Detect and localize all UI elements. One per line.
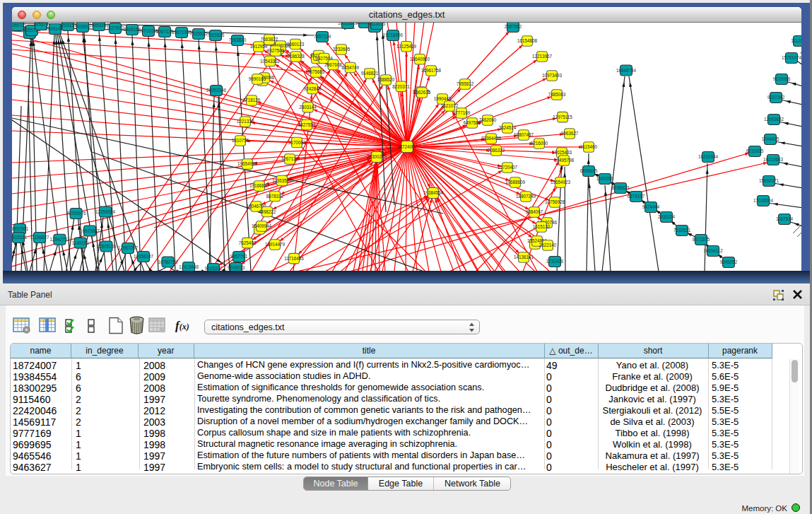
svg-text:1145191: 1145191 xyxy=(72,240,90,245)
svg-text:7462060: 7462060 xyxy=(479,117,497,122)
svg-text:10654112: 10654112 xyxy=(703,248,723,253)
svg-text:19654985: 19654985 xyxy=(237,161,258,166)
svg-text:2086322: 2086322 xyxy=(488,148,505,153)
svg-text:2055721: 2055721 xyxy=(12,23,27,28)
svg-text:1588520: 1588520 xyxy=(377,77,395,82)
svg-text:1527602: 1527602 xyxy=(107,25,124,30)
svg-text:9242848: 9242848 xyxy=(304,86,322,91)
svg-text:19384554: 19384554 xyxy=(423,190,444,195)
svg-text:10688609: 10688609 xyxy=(505,180,526,185)
svg-text:9245013: 9245013 xyxy=(228,265,245,270)
svg-text:11716485: 11716485 xyxy=(284,256,304,261)
svg-text:9227342: 9227342 xyxy=(767,95,785,100)
svg-text:20364436: 20364436 xyxy=(481,136,502,141)
svg-text:3267130: 3267130 xyxy=(281,156,299,161)
svg-text:4498222: 4498222 xyxy=(259,209,276,214)
svg-text:13495798: 13495798 xyxy=(554,158,575,163)
svg-text:9463627: 9463627 xyxy=(561,131,579,136)
svg-text:12505135: 12505135 xyxy=(96,244,117,249)
svg-text:16210644: 16210644 xyxy=(698,154,719,159)
svg-text:16033809: 16033809 xyxy=(338,23,358,25)
svg-text:1244415: 1244415 xyxy=(762,136,779,141)
svg-text:3170063: 3170063 xyxy=(288,140,306,145)
svg-text:1203157: 1203157 xyxy=(59,23,77,28)
svg-text:8454749: 8454749 xyxy=(341,65,359,70)
svg-text:1221338: 1221338 xyxy=(237,119,254,124)
svg-text:17975115: 17975115 xyxy=(553,115,572,119)
svg-text:9474444: 9474444 xyxy=(642,204,660,209)
svg-text:16210643: 16210643 xyxy=(763,157,784,162)
svg-text:9857791: 9857791 xyxy=(230,254,248,259)
svg-text:8660123: 8660123 xyxy=(287,42,305,47)
svg-text:12213967: 12213967 xyxy=(532,54,553,59)
svg-text:6879197: 6879197 xyxy=(628,194,645,199)
svg-text:16848784: 16848784 xyxy=(616,68,637,73)
svg-text:7485063: 7485063 xyxy=(548,92,566,97)
svg-text:9245052: 9245052 xyxy=(720,259,738,264)
svg-text:9890163: 9890163 xyxy=(249,76,266,81)
svg-text:16961758: 16961758 xyxy=(421,68,442,73)
svg-text:16154808: 16154808 xyxy=(517,38,538,43)
svg-text:9146821: 9146821 xyxy=(361,71,379,76)
svg-text:12359924: 12359924 xyxy=(95,209,116,214)
svg-text:12093832: 12093832 xyxy=(764,117,784,122)
svg-text:7515526: 7515526 xyxy=(207,33,225,37)
svg-text:2522140: 2522140 xyxy=(539,243,557,247)
svg-text:3232605: 3232605 xyxy=(333,47,351,52)
svg-text:10975887: 10975887 xyxy=(80,228,100,233)
svg-text:12942757: 12942757 xyxy=(49,237,70,242)
svg-text:10973493: 10973493 xyxy=(542,73,563,78)
svg-text:1362615: 1362615 xyxy=(413,90,431,95)
svg-text:9129966: 9129966 xyxy=(773,76,791,81)
svg-text:2967608: 2967608 xyxy=(324,62,342,67)
svg-text:19218506: 19218506 xyxy=(383,33,404,37)
svg-text:7625402: 7625402 xyxy=(239,240,257,245)
svg-text:10543362: 10543362 xyxy=(260,59,281,64)
svg-text:10671355: 10671355 xyxy=(172,30,192,35)
svg-text:8878312: 8878312 xyxy=(266,194,284,199)
svg-text:8186328: 8186328 xyxy=(287,54,305,59)
svg-text:1810755: 1810755 xyxy=(232,138,249,143)
svg-text:17957257: 17957257 xyxy=(118,245,139,250)
svg-text:8215935: 8215935 xyxy=(746,148,764,153)
svg-text:19654923: 19654923 xyxy=(551,180,571,185)
svg-text:1640950: 1640950 xyxy=(596,176,614,181)
svg-text:3915311: 3915311 xyxy=(12,235,28,240)
svg-text:8450561: 8450561 xyxy=(12,226,29,231)
svg-text:18724007: 18724007 xyxy=(397,144,418,149)
svg-text:903391: 903391 xyxy=(75,24,90,29)
svg-text:7515525: 7515525 xyxy=(190,31,208,36)
svg-text:11156827: 11156827 xyxy=(30,235,49,240)
svg-text:16409944: 16409944 xyxy=(252,223,272,228)
svg-text:7663822: 7663822 xyxy=(261,37,278,42)
svg-text:17016504: 17016504 xyxy=(753,198,774,203)
svg-text:8220371: 8220371 xyxy=(392,84,410,89)
svg-text:9777169: 9777169 xyxy=(453,110,471,115)
svg-text:10358107: 10358107 xyxy=(134,254,154,259)
svg-text:3875685: 3875685 xyxy=(307,69,325,74)
svg-text:12923448: 12923448 xyxy=(179,264,199,269)
svg-text:9327509: 9327509 xyxy=(267,48,285,53)
svg-text:2718126: 2718126 xyxy=(243,98,261,103)
svg-text:16782759: 16782759 xyxy=(158,259,178,264)
svg-text:6896695: 6896695 xyxy=(580,168,598,173)
svg-text:7632621: 7632621 xyxy=(673,228,691,233)
svg-text:7955812: 7955812 xyxy=(457,81,474,86)
svg-text:19166827: 19166827 xyxy=(249,183,270,188)
svg-text:14136141: 14136141 xyxy=(514,255,534,259)
svg-text:9115460: 9115460 xyxy=(580,144,598,149)
svg-text:10025433: 10025433 xyxy=(552,150,572,155)
svg-text:3624514: 3624514 xyxy=(499,125,517,130)
svg-text:1167534: 1167534 xyxy=(776,216,794,221)
svg-text:2687682: 2687682 xyxy=(505,24,522,29)
svg-text:13125419: 13125419 xyxy=(396,44,417,49)
svg-text:1112604: 1112604 xyxy=(791,38,801,43)
svg-text:1615132: 1615132 xyxy=(533,224,551,229)
svg-text:9245012: 9245012 xyxy=(205,266,223,271)
svg-text:1733426: 1733426 xyxy=(546,259,564,264)
svg-text:16807487: 16807487 xyxy=(514,132,534,137)
svg-text:7663820: 7663820 xyxy=(229,37,247,42)
svg-text:8813015: 8813015 xyxy=(368,23,386,26)
svg-text:18807249: 18807249 xyxy=(516,194,536,199)
svg-text:7857224: 7857224 xyxy=(314,34,331,39)
